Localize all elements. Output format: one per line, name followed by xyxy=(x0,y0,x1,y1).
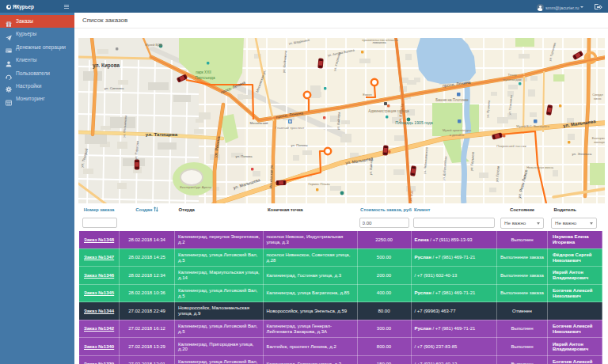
svg-text:Музей ВДВ: Музей ВДВ xyxy=(145,43,162,47)
svg-text:Музей архитектуры: Музей архитектуры xyxy=(443,128,471,132)
svg-text:парк XXII: парк XXII xyxy=(196,70,211,74)
svg-text:Московский: Московский xyxy=(250,121,269,125)
svg-text:ул. Татищева: ул. Татищева xyxy=(146,131,178,137)
svg-text:ул. Синяева: ул. Синяева xyxy=(104,86,124,90)
svg-text:ул. Попова: ул. Попова xyxy=(235,154,253,158)
svg-text:Екатеринбург Арена: Екатеринбург Арена xyxy=(180,185,211,189)
svg-text:Свердл: Свердл xyxy=(592,93,602,97)
svg-text:Покровский пассаж: Покровский пассаж xyxy=(496,144,526,148)
svg-text:ул. Попова: ул. Попова xyxy=(291,143,308,147)
svg-text:Екатеринб: Екатеринб xyxy=(592,137,605,140)
svg-text:музкомедии: музкомедии xyxy=(503,78,522,82)
svg-text:Музей В.С. Высоцкого: Музей В.С. Высоцкого xyxy=(516,124,549,128)
svg-text:кинос: кинос xyxy=(594,97,602,100)
svg-text:Невьянская икона: Невьянская икона xyxy=(526,165,554,169)
svg-text:правительство области: правительство области xyxy=(362,38,398,42)
svg-text:Театр: Театр xyxy=(507,73,517,77)
svg-text:и дизайна: и дизайна xyxy=(450,133,465,137)
svg-text:ул. Кирова: ул. Кирова xyxy=(93,63,120,69)
svg-text:Партсъезда: Партсъезда xyxy=(195,76,215,80)
svg-text:Европ: Европ xyxy=(363,93,371,97)
svg-text:ул. Энгельса: ул. Энгельса xyxy=(572,152,592,156)
svg-text:Главный проспект: Главный проспект xyxy=(276,126,305,130)
svg-text:Гермес Плаза: Гермес Плаза xyxy=(308,182,330,186)
svg-text:Башня на Плотинке: Башня на Плотинке xyxy=(435,98,469,102)
svg-text:зоопарк: зоопарк xyxy=(594,141,605,144)
